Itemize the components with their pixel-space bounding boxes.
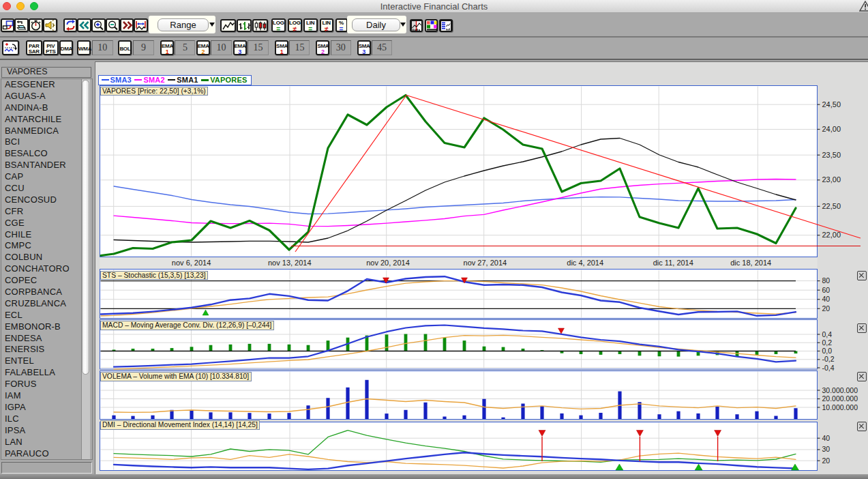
svg-text:60: 60 bbox=[822, 286, 830, 294]
svg-text:22,00: 22,00 bbox=[822, 231, 841, 239]
svg-text:23,50: 23,50 bbox=[822, 151, 841, 159]
svg-text:-0,4: -0,4 bbox=[822, 364, 835, 372]
svg-text:20.000.000: 20.000.000 bbox=[822, 394, 858, 403]
svg-text:0,4: 0,4 bbox=[822, 330, 833, 338]
svg-text:dic 18, 2014: dic 18, 2014 bbox=[730, 259, 771, 267]
svg-text:dic 11, 2014: dic 11, 2014 bbox=[653, 259, 693, 267]
svg-text:22,50: 22,50 bbox=[822, 202, 841, 210]
svg-text:nov 20, 2014: nov 20, 2014 bbox=[366, 259, 410, 267]
svg-text:nov 6, 2014: nov 6, 2014 bbox=[172, 259, 211, 267]
svg-text:30.000.000: 30.000.000 bbox=[822, 386, 858, 394]
svg-text:23,00: 23,00 bbox=[822, 175, 841, 184]
svg-text:40: 40 bbox=[822, 434, 830, 442]
svg-text:nov 27, 2014: nov 27, 2014 bbox=[464, 259, 507, 267]
svg-text:24,00: 24,00 bbox=[822, 125, 841, 133]
svg-text:80: 80 bbox=[822, 276, 830, 285]
svg-text:dic 4, 2014: dic 4, 2014 bbox=[567, 259, 603, 267]
svg-text:30: 30 bbox=[822, 445, 830, 453]
svg-text:20: 20 bbox=[822, 304, 830, 313]
svg-text:40: 40 bbox=[822, 295, 830, 303]
svg-text:nov 13, 2014: nov 13, 2014 bbox=[268, 259, 312, 267]
svg-text:20: 20 bbox=[822, 456, 830, 465]
svg-text:0,0: 0,0 bbox=[822, 347, 833, 355]
svg-text:0,2: 0,2 bbox=[822, 338, 833, 347]
svg-text:24,50: 24,50 bbox=[822, 100, 841, 108]
svg-text:10.000.000: 10.000.000 bbox=[822, 403, 858, 411]
svg-text:-0,2: -0,2 bbox=[822, 355, 835, 363]
